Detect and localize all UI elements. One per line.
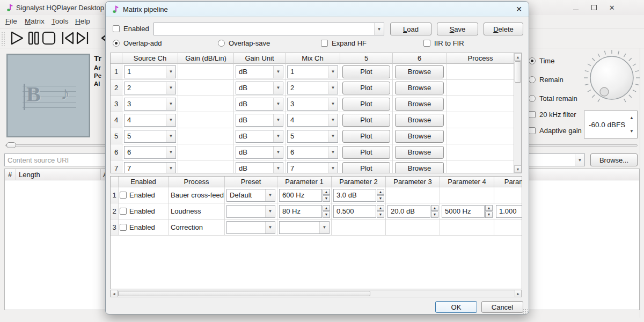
process-column-header[interactable]: Parameter 1	[277, 177, 332, 187]
ok-button[interactable]: OK	[435, 301, 477, 313]
process-column-header[interactable]: Parameter 5	[494, 177, 522, 187]
overlap-add-radio[interactable]	[113, 40, 120, 47]
spin-up-icon[interactable]: ▲	[323, 205, 330, 211]
browse-button[interactable]: Browse	[395, 162, 444, 174]
matrix-column-header[interactable]: Gain Unit	[234, 53, 286, 64]
volume-up-icon[interactable]: ▲	[626, 111, 637, 125]
gain-cell[interactable]	[178, 160, 234, 173]
stop-icon[interactable]	[41, 31, 57, 46]
browse-button[interactable]: Browse	[395, 114, 444, 127]
remain-radio[interactable]	[529, 76, 536, 83]
chevron-down-icon[interactable]: ▼	[374, 23, 384, 35]
profile-combo[interactable]: ▼	[153, 23, 384, 35]
browse-button[interactable]: Browse	[395, 65, 444, 78]
seek-slider-handle[interactable]	[6, 142, 16, 148]
spin-down-icon[interactable]: ▼	[377, 195, 384, 202]
gain-unit-select[interactable]: dB ▼	[236, 162, 283, 174]
source-ch-select[interactable]: 2 ▼	[124, 82, 176, 94]
spin-down-icon[interactable]: ▼	[323, 211, 330, 218]
browse-button[interactable]: Browse	[395, 146, 444, 159]
pipeline-enabled-checkbox[interactable]	[113, 25, 120, 32]
parameter-spinner[interactable]: 0.500 ▲ ▼	[333, 205, 384, 218]
parameter-spinner[interactable]: 3.0 dB ▲ ▼	[333, 189, 384, 202]
browse-button[interactable]: Browse	[395, 82, 444, 94]
spin-up-icon[interactable]: ▲	[377, 189, 384, 195]
process-horizontal-scrollbar[interactable]: ◄ ►	[110, 290, 522, 297]
overlap-save-radio[interactable]	[218, 40, 225, 47]
plot-button[interactable]: Plot	[342, 82, 390, 94]
source-ch-select[interactable]: 1 ▼	[124, 65, 176, 78]
source-ch-select[interactable]: 6 ▼	[124, 146, 176, 159]
iir-to-fir-checkbox[interactable]	[423, 40, 430, 47]
source-ch-select[interactable]: 4 ▼	[124, 114, 176, 127]
scrollbar-thumb[interactable]	[515, 61, 521, 83]
expand-hf-checkbox[interactable]	[321, 40, 328, 47]
parameter-spinner[interactable]: 80 Hz ▲ ▼	[279, 205, 330, 218]
parameter-select[interactable]: ▼	[279, 221, 330, 234]
playlist-col-length[interactable]: Length	[19, 171, 40, 179]
mix-ch-select[interactable]: 7 ▼	[287, 162, 338, 174]
mix-ch-select[interactable]: 2 ▼	[287, 82, 338, 94]
resize-grip[interactable]	[522, 309, 528, 314]
mix-ch-select[interactable]: 4 ▼	[287, 114, 338, 127]
source-ch-select[interactable]: 7 ▼	[124, 162, 176, 174]
plot-button[interactable]: Plot	[342, 65, 390, 78]
toolbar-grip[interactable]	[1, 32, 5, 46]
scroll-up-icon[interactable]: ▲	[514, 53, 522, 61]
chevron-down-icon[interactable]: ▼	[575, 154, 584, 166]
browse-main-button[interactable]: Browse...	[590, 153, 638, 166]
mix-ch-select[interactable]: 3 ▼	[287, 98, 338, 111]
khz-filter-checkbox[interactable]	[529, 111, 536, 118]
maximize-button[interactable]	[586, 2, 602, 13]
time-radio[interactable]	[529, 57, 536, 64]
pause-icon[interactable]	[27, 31, 41, 46]
gain-unit-select[interactable]: dB ▼	[236, 82, 283, 94]
gain-cell[interactable]	[178, 112, 234, 128]
browse-button[interactable]: Browse	[395, 98, 444, 111]
gain-cell[interactable]	[178, 96, 234, 112]
minimize-button[interactable]	[568, 4, 584, 16]
scrollbar-thumb[interactable]	[118, 291, 370, 296]
plot-button[interactable]: Plot	[342, 146, 390, 159]
menu-file[interactable]: File	[5, 17, 17, 25]
plot-button[interactable]: Plot	[342, 162, 390, 174]
gain-cell[interactable]	[178, 64, 234, 80]
matrix-column-header[interactable]: Source Ch	[122, 53, 178, 64]
spin-down-icon[interactable]: ▼	[431, 211, 438, 218]
total-remain-radio[interactable]	[529, 95, 536, 102]
previous-icon[interactable]	[60, 31, 76, 46]
delete-button[interactable]: Delete	[484, 23, 523, 35]
process-column-header[interactable]: Parameter 2	[332, 177, 386, 187]
playlist-col-number[interactable]: #	[8, 171, 12, 179]
save-button[interactable]: Save	[437, 23, 478, 35]
menu-help[interactable]: Help	[75, 17, 90, 25]
cancel-button[interactable]: Cancel	[481, 301, 523, 313]
matrix-column-header[interactable]: Process	[447, 53, 515, 64]
spin-down-icon[interactable]: ▼	[323, 195, 330, 202]
plot-button[interactable]: Plot	[342, 114, 390, 127]
source-ch-select[interactable]: 5 ▼	[124, 130, 176, 143]
volume-down-icon[interactable]: ▼	[626, 125, 637, 138]
spin-down-icon[interactable]: ▼	[377, 211, 384, 218]
mix-ch-select[interactable]: 1 ▼	[287, 65, 338, 78]
matrix-column-header[interactable]: Gain (dB/Lin)	[178, 53, 234, 64]
matrix-vertical-scrollbar[interactable]: ▲ ▼	[514, 53, 521, 173]
process-column-header[interactable]: Parameter 4	[440, 177, 494, 187]
scroll-right-icon[interactable]: ►	[515, 290, 522, 297]
mix-ch-select[interactable]: 6 ▼	[287, 146, 338, 159]
gain-cell[interactable]	[178, 144, 234, 160]
parameter-spinner[interactable]: 20.0 dB ▲ ▼	[387, 205, 438, 218]
preset-select[interactable]: ▼	[226, 221, 275, 234]
matrix-column-header[interactable]: Mix Ch	[286, 53, 340, 64]
volume-knob[interactable]	[582, 48, 641, 108]
process-column-header[interactable]: Process	[169, 177, 225, 187]
gain-cell[interactable]	[178, 128, 234, 144]
parameter-spinner[interactable]: 5000 Hz ▲ ▼	[442, 205, 493, 218]
process-column-header[interactable]: Parameter 3	[386, 177, 440, 187]
spin-up-icon[interactable]: ▲	[377, 205, 384, 211]
adaptive-gain-checkbox[interactable]	[529, 127, 536, 134]
play-icon[interactable]	[9, 31, 25, 46]
gain-unit-select[interactable]: dB ▼	[236, 98, 283, 111]
gain-unit-select[interactable]: dB ▼	[236, 130, 283, 143]
gain-unit-select[interactable]: dB ▼	[236, 114, 283, 127]
